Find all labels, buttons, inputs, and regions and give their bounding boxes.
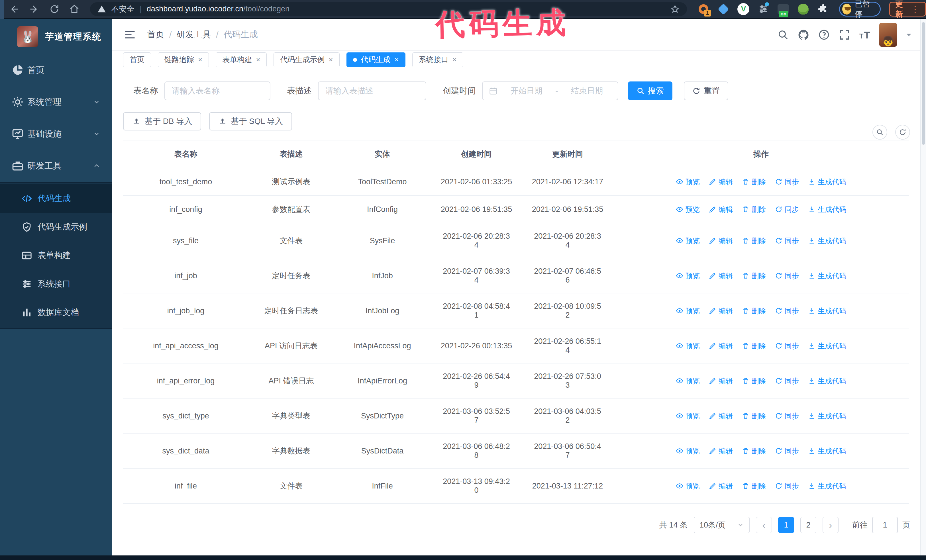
page-size-select[interactable]: 10条/页 — [694, 517, 750, 533]
preview-link[interactable]: 预览 — [676, 177, 700, 187]
sync-link[interactable]: 同步 — [775, 482, 799, 491]
tab-item-5[interactable]: 系统接口× — [412, 53, 463, 67]
extensions-puzzle-icon[interactable] — [817, 3, 829, 15]
sidebar-subitem-columns[interactable]: 数据库文档 — [0, 298, 112, 327]
prev-page-button[interactable]: ‹ — [756, 517, 772, 533]
sync-link[interactable]: 同步 — [775, 205, 799, 214]
sync-link[interactable]: 同步 — [775, 411, 799, 421]
goto-page-input[interactable] — [872, 517, 898, 533]
tab-home[interactable]: 首页 — [123, 53, 151, 67]
table-desc-input[interactable] — [318, 82, 426, 100]
generate-link[interactable]: 生成代码 — [808, 236, 846, 246]
edit-link[interactable]: 编辑 — [709, 411, 733, 421]
ext-gem-icon[interactable] — [717, 3, 730, 15]
preview-link[interactable]: 预览 — [676, 341, 700, 351]
close-icon[interactable]: × — [198, 55, 202, 64]
table-name-input[interactable] — [164, 82, 270, 100]
avatar[interactable]: 👦 — [879, 23, 897, 47]
sidebar-item-gear[interactable]: 系统管理 — [0, 86, 112, 118]
delete-link[interactable]: 删除 — [742, 446, 766, 456]
ext-green-check-icon[interactable]: V — [737, 3, 750, 15]
bookmark-star-icon[interactable] — [670, 5, 679, 14]
close-icon[interactable]: × — [328, 55, 333, 64]
preview-link[interactable]: 预览 — [676, 376, 700, 386]
close-icon[interactable]: × — [256, 55, 260, 64]
toggle-search-button[interactable] — [872, 125, 887, 140]
delete-link[interactable]: 删除 — [742, 376, 766, 386]
refresh-table-button[interactable] — [895, 125, 910, 140]
close-icon[interactable]: × — [452, 55, 457, 64]
page-button-1[interactable]: 1 — [778, 517, 794, 533]
generate-link[interactable]: 生成代码 — [808, 411, 846, 421]
generate-link[interactable]: 生成代码 — [808, 306, 846, 315]
search-button[interactable]: 搜索 — [628, 82, 672, 100]
generate-link[interactable]: 生成代码 — [808, 376, 846, 386]
profile-chip[interactable]: 已暂停 — [839, 2, 881, 17]
reload-icon[interactable] — [48, 2, 61, 16]
ext-sliders-icon[interactable] — [757, 3, 770, 15]
address-bar[interactable]: 不安全 | dashboard.yudao.iocoder.cn/tool/co… — [90, 2, 687, 16]
breadcrumb-devtools[interactable]: 研发工具 — [177, 29, 211, 41]
sidebar-subitem-form[interactable]: 表单构建 — [0, 241, 112, 270]
delete-link[interactable]: 删除 — [742, 341, 766, 351]
sync-link[interactable]: 同步 — [775, 271, 799, 281]
update-button[interactable]: 更新 ⋮ — [889, 2, 926, 17]
generate-link[interactable]: 生成代码 — [808, 177, 846, 187]
delete-link[interactable]: 删除 — [742, 205, 766, 214]
preview-link[interactable]: 预览 — [676, 306, 700, 315]
close-icon[interactable]: × — [395, 55, 399, 64]
sync-link[interactable]: 同步 — [775, 177, 799, 187]
generate-link[interactable]: 生成代码 — [808, 341, 846, 351]
next-page-button[interactable]: › — [823, 517, 838, 533]
ext-orange-icon[interactable]: 1 — [697, 3, 710, 15]
forward-icon[interactable] — [28, 2, 41, 16]
sync-link[interactable]: 同步 — [775, 236, 799, 246]
breadcrumb-home[interactable]: 首页 — [147, 29, 164, 41]
edit-link[interactable]: 编辑 — [709, 236, 733, 246]
generate-link[interactable]: 生成代码 — [808, 271, 846, 281]
date-range-picker[interactable]: 开始日期 - 结束日期 — [482, 82, 618, 100]
generate-link[interactable]: 生成代码 — [808, 482, 846, 491]
preview-link[interactable]: 预览 — [676, 482, 700, 491]
delete-link[interactable]: 删除 — [742, 411, 766, 421]
chevron-down-icon[interactable] — [905, 31, 913, 39]
delete-link[interactable]: 删除 — [742, 306, 766, 315]
page-scrollbar[interactable] — [920, 19, 926, 555]
sync-link[interactable]: 同步 — [775, 376, 799, 386]
tab-item-4[interactable]: 代码生成× — [346, 53, 406, 67]
delete-link[interactable]: 删除 — [742, 271, 766, 281]
scrollbar-thumb[interactable] — [922, 22, 925, 145]
hamburger-icon[interactable] — [124, 29, 136, 41]
edit-link[interactable]: 编辑 — [709, 177, 733, 187]
edit-link[interactable]: 编辑 — [709, 446, 733, 456]
preview-link[interactable]: 预览 — [676, 411, 700, 421]
preview-link[interactable]: 预览 — [676, 271, 700, 281]
github-icon[interactable] — [797, 29, 810, 41]
tab-item-3[interactable]: 代码生成示例× — [274, 53, 339, 67]
font-size-icon[interactable]: TT — [859, 29, 871, 41]
sync-link[interactable]: 同步 — [775, 306, 799, 315]
kebab-menu-icon[interactable]: ⋮ — [911, 4, 920, 14]
app-logo-row[interactable]: 🐰 芋道管理系统 — [0, 19, 112, 54]
preview-link[interactable]: 预览 — [676, 236, 700, 246]
delete-link[interactable]: 删除 — [742, 482, 766, 491]
edit-link[interactable]: 编辑 — [709, 205, 733, 214]
import-sql-button[interactable]: 基于 SQL 导入 — [209, 112, 292, 130]
sync-link[interactable]: 同步 — [775, 341, 799, 351]
ext-on-switch-icon[interactable]: on — [777, 3, 790, 15]
home-icon[interactable] — [68, 2, 81, 16]
sync-link[interactable]: 同步 — [775, 446, 799, 456]
sidebar-item-briefcase[interactable]: 研发工具 — [0, 150, 112, 182]
delete-link[interactable]: 删除 — [742, 236, 766, 246]
edit-link[interactable]: 编辑 — [709, 376, 733, 386]
preview-link[interactable]: 预览 — [676, 205, 700, 214]
sidebar-subitem-code[interactable]: 代码生成 — [0, 184, 112, 213]
sidebar-item-monitor[interactable]: 基础设施 — [0, 118, 112, 150]
sidebar-item-dashboard[interactable]: 首页 — [0, 54, 112, 86]
edit-link[interactable]: 编辑 — [709, 306, 733, 315]
generate-link[interactable]: 生成代码 — [808, 446, 846, 456]
reset-button[interactable]: 重置 — [684, 82, 728, 100]
tab-item-2[interactable]: 表单构建× — [216, 53, 267, 67]
preview-link[interactable]: 预览 — [676, 446, 700, 456]
fullscreen-icon[interactable] — [838, 29, 851, 41]
